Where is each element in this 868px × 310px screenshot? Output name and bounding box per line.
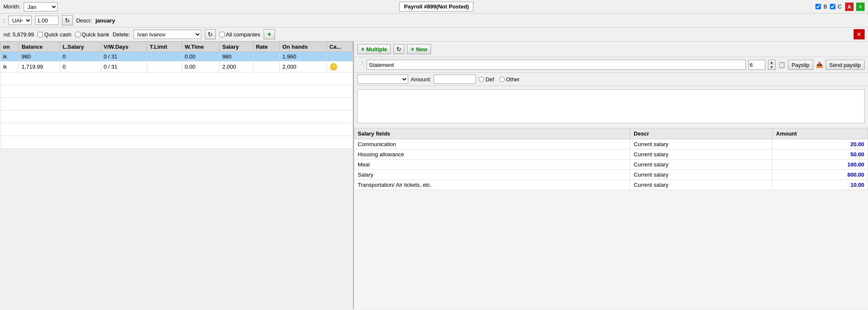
cell-rate [253,52,280,61]
salary-row[interactable]: Transportation/ Air tickets, etc. Curren… [354,180,868,190]
table-row-empty [0,123,353,136]
cell-salary: 980 [220,52,253,61]
currency-select[interactable]: UAH USD [8,16,32,25]
salary-field-descr: Current salary [630,180,773,190]
cell-lsalary: 0 [60,61,101,72]
cell-tlimit [147,61,182,72]
col-onhands: On hands [280,42,327,52]
multiple-button[interactable]: + Multiple [357,44,391,54]
payslip-doc-icon: 📋 [778,61,785,68]
descr-value: january [95,17,115,24]
salary-row[interactable]: Meal Current salary 100.00 [354,160,868,170]
currency-prefix: : [3,17,5,24]
employee-select[interactable]: Ivan Ivanov [134,30,201,39]
col-balance: Balance [19,42,60,52]
col-ca: Ca... [327,42,353,52]
pdf-icon[interactable]: A [845,3,854,11]
def-label: Def [485,76,494,83]
other-radio[interactable] [499,77,505,82]
salary-field-amount: 100.00 [773,160,868,170]
amount-input[interactable] [434,75,476,84]
col-salary: Salary [220,42,253,52]
refresh-employee-button[interactable]: ↻ [205,29,216,39]
new-plus-icon: + [411,46,414,53]
spinner-up-button[interactable]: ▲ [768,60,775,65]
table-row[interactable]: ik 1,719.99 0 0 / 31 0.00 2,000 2,000 🪙 [0,61,353,72]
currency-row: : UAH USD ↻ Descr: january [0,14,868,28]
left-panel: on Balance L.Salary V/W.Days T.Limit W.T… [0,42,354,309]
send-payslip-button[interactable]: Send payslip [826,60,865,70]
delete-label: Delete: [113,31,130,38]
checkbox-b[interactable] [815,4,821,9]
table-row-empty [0,72,353,85]
cell-salary: 2,000 [220,61,253,72]
coin-icon: 🪙 [329,63,338,70]
new-label: New [416,46,427,53]
salary-row[interactable]: Housing allowance Current salary 50.00 [354,149,868,160]
send-payslip-doc-icon: 📤 [816,61,823,68]
quick-bank-checkbox[interactable] [75,32,81,37]
cell-rate [253,61,280,72]
table-row-empty [0,111,353,123]
amount-select[interactable] [357,75,408,84]
delete-icon: ✕ [857,31,862,38]
amount-row: Amount: Def Other [354,73,868,86]
filter-row: nd: 5,679.99 Quick cash Quick bank Delet… [0,28,868,42]
salary-row[interactable]: Communication Current salary 20.00 [354,139,868,149]
def-radio-label[interactable]: Def [479,76,494,83]
rate-input[interactable] [35,16,58,25]
def-radio[interactable] [479,77,484,82]
col-salary-field: Salary fields [354,128,630,139]
payslip-button[interactable]: Payslip [788,60,813,70]
xls-icon[interactable]: X [856,3,865,11]
statement-doc-icon: 📄 [357,62,364,68]
multiple-label: Multiple [366,46,387,53]
col-vwdays: V/W.Days [101,42,147,52]
cell-wtime: 0.00 [182,52,220,61]
cell-vwdays: 0 / 31 [101,61,147,72]
delete-button[interactable]: ✕ [854,29,865,39]
salary-field-amount: 10.00 [773,180,868,190]
table-row-empty [0,136,353,149]
add-company-button[interactable]: + [264,29,275,39]
other-radio-label[interactable]: Other [499,76,520,83]
cell-tlimit [147,52,182,61]
quick-cash-checkbox[interactable] [37,32,43,37]
salary-field-descr: Current salary [630,160,773,170]
checkbox-c[interactable] [830,4,835,9]
salary-row[interactable]: Salary Current salary 800.00 [354,170,868,180]
new-button[interactable]: + New [407,44,431,54]
refresh-rate-button[interactable]: ↻ [62,15,73,25]
salary-field-descr: Current salary [630,139,773,149]
cell-onhands: 2,000 [280,61,327,72]
quick-cash-label[interactable]: Quick cash [37,31,71,38]
all-companies-label[interactable]: All companies [219,31,260,38]
cell-onhands: 1,960 [280,52,327,61]
radio-group: Def Other [479,76,520,83]
notes-textarea[interactable] [357,89,865,123]
header-icons: A X [845,3,865,11]
col-tlimit: T.Limit [147,42,182,52]
statement-label: Statement [369,62,394,68]
refresh-rate-icon: ↻ [65,17,70,24]
col-on: on [0,42,19,52]
salary-field-name: Communication [354,139,630,149]
quick-bank-label[interactable]: Quick bank [75,31,109,38]
payroll-title: Payroll #899(Not Posted) [399,2,473,11]
table-row-empty [0,85,353,98]
refresh-right-button[interactable]: ↻ [393,44,404,54]
checkbox-c-label: C [838,3,842,10]
statement-spinner-input[interactable] [748,60,765,70]
salary-field-name: Housing allowance [354,149,630,160]
salary-field-amount: 50.00 [773,149,868,160]
month-select[interactable]: Jan Feb Mar [24,2,58,11]
quick-cash-text: Quick cash [44,31,71,38]
balance-display: nd: 5,679.99 [3,31,34,38]
table-row[interactable]: ik 980 0 0 / 31 0.00 980 1,960 [0,52,353,61]
cell-vwdays: 0 / 31 [101,52,147,61]
spinner-down-button[interactable]: ▼ [768,65,775,69]
top-bar: Month: Jan Feb Mar Payroll #899(Not Post… [0,0,868,14]
all-companies-checkbox[interactable] [219,32,225,37]
statement-input[interactable]: Statement [367,60,746,70]
add-company-icon: + [267,30,271,38]
